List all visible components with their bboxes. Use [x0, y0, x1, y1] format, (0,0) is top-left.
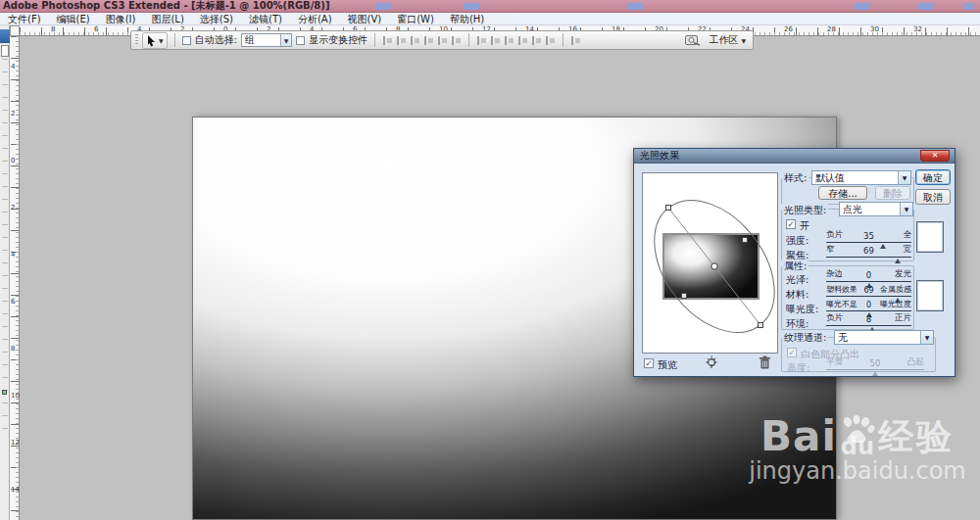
align-icon — [382, 35, 393, 46]
move-tool-icon — [146, 34, 157, 47]
menu-item[interactable]: 窗口(W) — [389, 13, 442, 25]
check-icon: ✓ — [788, 348, 796, 357]
light-handle[interactable] — [743, 238, 748, 243]
menu-item[interactable]: 编辑(E) — [49, 13, 98, 25]
slider-min-label: 曝光不足 — [826, 299, 858, 309]
gloss-slider[interactable]: 杂边 0 发光 — [826, 270, 911, 284]
ruler-number: 26 — [784, 26, 793, 33]
ruler-number: 8 — [11, 346, 15, 353]
selected-tool-icon[interactable] — [1, 45, 9, 57]
titlebar-smudge — [918, 3, 934, 10]
slider-value: 0 — [866, 301, 871, 309]
tool-palette-strip[interactable] — [0, 25, 10, 520]
light-handle[interactable] — [682, 294, 687, 299]
preview-checkbox[interactable]: ✓ — [644, 358, 654, 368]
light-bulb-icon[interactable] — [705, 355, 718, 371]
workspace-label: 工作区 — [709, 33, 738, 47]
workspace-button[interactable]: 工作区 ▼ — [706, 33, 749, 47]
menu-item[interactable]: 图像(I) — [98, 13, 144, 25]
intensity-slider[interactable]: 负片 35 全 — [826, 231, 911, 245]
window-titlebar[interactable]: Adobe Photoshop CS3 Extended - [未标题-1 @ … — [0, 0, 980, 13]
titlebar-smudge — [464, 3, 479, 10]
menu-item[interactable]: 选择(S) — [192, 13, 241, 25]
chevron-down-icon: ▼ — [920, 331, 933, 344]
slider-track — [826, 281, 911, 282]
light-type-dropdown[interactable]: 点光 ▼ — [839, 202, 913, 216]
titlebar-smudge — [964, 3, 974, 10]
watermark-brand-cn: 经验 — [878, 417, 955, 456]
align-icon — [476, 35, 487, 46]
separator — [374, 33, 375, 47]
texture-channel-value: 无 — [838, 331, 848, 345]
slider-min-label: 平滑 — [826, 356, 843, 368]
auto-select-value: 组 — [245, 33, 255, 47]
light-handle[interactable] — [666, 206, 671, 211]
slider-max-label: 金属质感 — [880, 284, 911, 295]
vertical-ruler[interactable]: 4202468101214 — [10, 36, 20, 520]
slider-thumb — [872, 371, 878, 376]
ok-button[interactable]: 确定 — [915, 169, 951, 185]
light-on-checkbox[interactable]: ✓ — [786, 219, 796, 229]
align-icon — [517, 35, 528, 46]
preview-label: 预览 — [658, 358, 677, 372]
light-preview-thumbnail[interactable] — [643, 173, 777, 353]
separator — [563, 33, 564, 47]
light-preview-panel[interactable] — [642, 172, 778, 354]
ambience-slider[interactable]: 负片 8 正片 — [826, 314, 911, 328]
menu-item[interactable]: 文件(F) — [0, 13, 49, 25]
light-type-value: 点光 — [843, 203, 862, 216]
delete-style-button: 删除 — [875, 186, 910, 200]
photoshop-window: Adobe Photoshop CS3 Extended - [未标题-1 @ … — [0, 0, 980, 520]
bridge-icon[interactable] — [685, 34, 702, 46]
ruler-number: 4 — [11, 252, 15, 259]
close-icon[interactable]: ✕ — [920, 150, 950, 162]
menu-item[interactable]: 帮助(H) — [442, 13, 492, 25]
light-center-handle[interactable] — [711, 263, 717, 269]
tool-icons-column[interactable] — [2, 59, 8, 431]
light-handle[interactable] — [759, 323, 763, 328]
focus-slider[interactable]: 窄 69 宽 — [826, 246, 911, 260]
menu-item[interactable]: 视图(V) — [340, 13, 390, 25]
save-style-button[interactable]: 存储... — [818, 186, 867, 200]
menu-item[interactable]: 图层(L) — [143, 13, 191, 25]
menu-item[interactable]: 分析(A) — [290, 13, 340, 25]
ruler-number: 28 — [827, 26, 836, 33]
slider-track — [826, 257, 911, 258]
material-color-swatch[interactable] — [916, 280, 944, 311]
slider-track — [826, 325, 911, 326]
slider-track — [826, 310, 911, 311]
material-slider[interactable]: 塑料效果 69 金属质感 — [826, 285, 911, 299]
move-tool-button[interactable]: ▼ — [142, 32, 168, 49]
slider-value: 50 — [870, 358, 881, 368]
auto-select-dropdown[interactable]: 组 ▼ — [241, 33, 292, 47]
trash-icon[interactable] — [759, 355, 771, 370]
light-color-swatch[interactable] — [916, 221, 944, 253]
titlebar-smudge — [627, 3, 643, 10]
ruler-number: 4 — [11, 64, 15, 71]
gloss-label: 光泽: — [786, 273, 808, 287]
ruler-number: 10 — [11, 393, 20, 400]
show-transform-checkbox[interactable] — [296, 36, 305, 45]
cancel-button[interactable]: 取消 — [915, 189, 951, 205]
texture-channel-label: 纹理通道: — [782, 331, 828, 345]
texture-channel-dropdown[interactable]: 无 ▼ — [834, 330, 934, 345]
style-label: 样式: — [782, 171, 808, 185]
titlebar-smudge — [375, 3, 391, 10]
chevron-down-icon: ▼ — [898, 171, 910, 184]
separator — [174, 33, 175, 47]
align-icon — [410, 35, 420, 46]
dialog-titlebar[interactable]: 光照效果 — [634, 149, 955, 164]
slider-thumb[interactable] — [895, 259, 901, 263]
slider-max-label: 发光 — [895, 268, 911, 280]
ruler-number: 2 — [11, 111, 15, 118]
auto-select-checkbox[interactable] — [182, 36, 191, 45]
menu-item[interactable]: 滤镜(T) — [241, 13, 290, 25]
baidu-jingyan-watermark: Bai du 经验 jingyan.baidu.com — [737, 415, 978, 486]
slider-value: 0 — [866, 270, 871, 280]
ambience-label: 环境: — [786, 317, 808, 331]
options-bar-grip[interactable] — [135, 34, 138, 46]
tool-preset-arrow-icon: ▼ — [159, 37, 164, 44]
style-dropdown[interactable]: 默认值 ▼ — [811, 170, 911, 185]
foreground-color-swatch[interactable] — [2, 390, 7, 395]
exposure-slider[interactable]: 曝光不足 0 曝光过度 — [826, 300, 911, 313]
